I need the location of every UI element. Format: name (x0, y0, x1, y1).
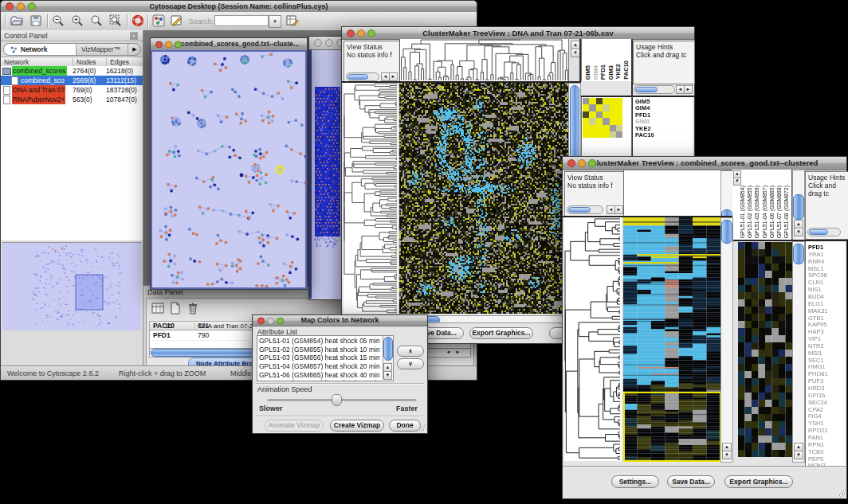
scroll-down-icon[interactable]: ▼ (722, 451, 732, 459)
attribute-list-item[interactable]: GPL51-06 (GSM865) heat shock 40 min (259, 371, 383, 380)
zoom-icon[interactable] (588, 159, 596, 167)
create-vizmap-button[interactable]: Create Vizmap (330, 420, 384, 432)
network1-view[interactable] (152, 52, 305, 287)
attribute-list-item[interactable]: GPL51-02 (GSM855) heat shock 10 min (259, 346, 383, 354)
tv1-heatmap[interactable] (399, 83, 568, 314)
scroll-down-icon[interactable]: ▼ (794, 451, 803, 459)
tv2-row-label[interactable]: NIS1 (808, 286, 822, 293)
tv2-row-label[interactable]: SPC98 (808, 272, 827, 279)
resize-grip[interactable] (418, 424, 426, 432)
treeview2-titlebar[interactable]: ClusterMaker TreeView : combined_scores_… (563, 157, 846, 170)
treeview1-titlebar[interactable]: ClusterMaker TreeView : DNA and Tran 07-… (342, 27, 694, 40)
tv2-row-label[interactable]: MSI1 (808, 350, 822, 357)
network-list-row[interactable]: DNA and Tran 07769(0)183728(0) (1, 85, 143, 95)
delete-attribute-icon[interactable] (186, 302, 199, 315)
attribute-list-item[interactable]: GPL51-04 (GSM857) heat shock 20 min (259, 362, 383, 371)
tv2-row-label[interactable]: CLN1 (808, 279, 823, 286)
minimize-icon[interactable] (325, 39, 333, 47)
main-titlebar[interactable]: Cytoscape Desktop (Session Name: collins… (1, 1, 477, 13)
move-down-button[interactable]: ∨ (397, 358, 424, 369)
col-nodes[interactable]: Nodes (73, 58, 96, 66)
resize-grip[interactable] (838, 490, 846, 498)
tv2-row-label[interactable]: RPO21 (808, 427, 828, 434)
zoom-out-icon[interactable] (52, 14, 65, 27)
close-icon[interactable] (567, 159, 575, 167)
tv2-row-label[interactable]: RPN1 (808, 441, 824, 448)
tv2-row-label[interactable]: GPI16 (808, 392, 825, 399)
tv2-row-label[interactable]: MSL1 (808, 265, 824, 272)
minimize-icon[interactable] (17, 2, 25, 10)
tv2-button-export-graphics-[interactable]: Export Graphics... (724, 475, 793, 488)
tab-network[interactable]: Network (4, 44, 77, 55)
search-dropdown-button[interactable]: ▼ (269, 15, 281, 28)
close-icon[interactable] (6, 2, 14, 10)
tv2-status-scrollbar[interactable] (567, 205, 603, 214)
network-list-row[interactable]: combined_sco2569(6)13112(15) (1, 76, 143, 85)
zoom-icon[interactable] (367, 29, 375, 37)
tv2-row-label[interactable]: NTR2 (808, 342, 824, 350)
tv1-correlation-matrix[interactable] (583, 98, 623, 139)
done-button[interactable]: Done (389, 420, 421, 432)
tv2-row-label[interactable]: SEC24 (808, 399, 827, 406)
zoom-icon[interactable] (28, 2, 36, 10)
tv2-row-label[interactable]: TCB3 (808, 448, 823, 455)
zoom-in-icon[interactable] (71, 14, 84, 27)
window-controls[interactable] (6, 2, 36, 10)
speed-slider-thumb[interactable] (332, 394, 342, 406)
close-icon[interactable] (155, 41, 163, 48)
move-up-button[interactable]: ∧ (397, 346, 424, 357)
tab-vizmapper[interactable]: VizMapper™ (77, 44, 128, 55)
help-icon[interactable] (132, 14, 144, 27)
zoom-icon[interactable] (277, 317, 284, 324)
tv2-row-label[interactable]: PHO81 (808, 370, 828, 377)
network-overview-panel[interactable] (2, 242, 141, 330)
scroll-down-icon[interactable]: ▼ (383, 371, 392, 380)
table-mode-icon[interactable] (151, 302, 164, 315)
zoom-fit-icon[interactable] (109, 14, 122, 27)
tv2-row-label[interactable]: BUD4 (808, 293, 824, 300)
animate-vizmap-button[interactable]: Animate Vizmap (265, 420, 324, 432)
minimize-icon[interactable] (267, 317, 274, 324)
close-icon[interactable] (257, 317, 265, 324)
attribute-list-item[interactable]: GPL51-07 (GSM868) heat shock 60 min (259, 379, 383, 381)
scroll-right-icon[interactable]: ► (389, 72, 398, 81)
tv2-row-label[interactable]: PEP5 (808, 455, 823, 463)
zoom-selected-icon[interactable] (90, 14, 103, 27)
minimize-icon[interactable] (357, 29, 365, 37)
edit-table-icon[interactable] (286, 14, 299, 27)
tv2-zoom-heatmap[interactable] (738, 242, 792, 457)
tv2-row-label[interactable]: HAP3 (808, 328, 824, 335)
close-icon[interactable] (314, 39, 322, 47)
vizmap-icon[interactable] (152, 14, 165, 27)
scroll-right-icon[interactable]: ► (614, 205, 623, 214)
attribute-list-item[interactable]: GPL51-01 (GSM854) heat shock 05 min (259, 337, 383, 346)
tv2-heatmap-vscrollbar[interactable]: ▲ ▼ (720, 217, 733, 463)
dialog-titlebar[interactable]: Map Colors to Network (253, 315, 427, 326)
tv2-row-label[interactable]: YRA1 (808, 251, 824, 258)
scroll-down-icon[interactable]: ▼ (794, 228, 803, 236)
col-edges[interactable]: Edges (106, 58, 129, 66)
tv2-row-label[interactable]: VIP1 (808, 335, 821, 342)
float-panel-icon[interactable] (130, 32, 138, 40)
tv2-row-label[interactable]: PAN1 (808, 434, 823, 441)
zoom-icon[interactable] (175, 41, 182, 48)
col-network[interactable]: Network (4, 58, 29, 66)
tv2-row-label[interactable]: HRD3 (808, 385, 824, 392)
tv1-button-export-graphics-[interactable]: Export Graphics... (469, 327, 533, 339)
scroll-down-icon[interactable]: ▼ (733, 178, 741, 186)
close-icon[interactable] (347, 29, 355, 37)
tv2-row-label[interactable]: CPA2 (808, 406, 823, 413)
tv2-row-label[interactable]: FIG4 (808, 412, 822, 420)
network-list-row[interactable]: combined_scores2764(0)16218(0) (1, 66, 143, 76)
attribute-list-scrollbar[interactable]: ▲ ▼ (383, 336, 393, 379)
search-input[interactable] (214, 15, 269, 26)
tv2-row-label[interactable]: PFD1 (808, 244, 823, 251)
tv2-row-label[interactable]: PUF3 (808, 377, 823, 385)
minimize-icon[interactable] (578, 159, 586, 167)
tv2-zoom-vscrollbar[interactable]: ▲ ▼ (792, 241, 805, 463)
network-list-row[interactable]: RNAPuberNov2+563(0)107847(0) (1, 95, 143, 104)
tv1-row-dendrogram[interactable] (344, 83, 398, 314)
tv1-column-dendrogram[interactable] (399, 39, 569, 81)
tv2-row-label[interactable]: GTB1 (808, 315, 824, 322)
minimize-icon[interactable] (165, 41, 172, 48)
